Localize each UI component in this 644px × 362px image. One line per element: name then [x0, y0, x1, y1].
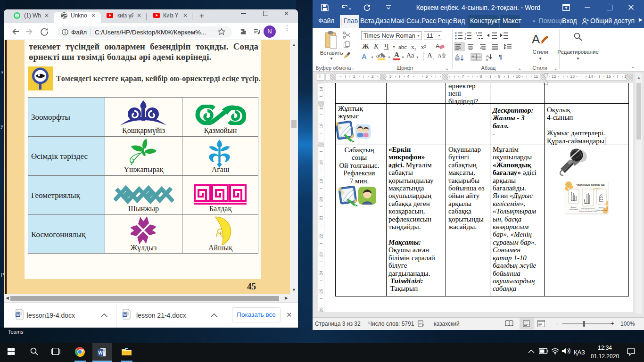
- svg-text:я: я: [486, 58, 488, 61]
- svg-text:2: 2: [464, 37, 466, 40]
- svg-text:W: W: [98, 350, 103, 355]
- svg-text:сұрағым бар: сұрағым бар: [596, 209, 608, 211]
- svg-text:W: W: [16, 313, 20, 317]
- svg-text:келісемін: келісемін: [570, 208, 578, 211]
- svg-text:"Жапондық бағалау әді: "Жапондық бағалау әді: [576, 183, 605, 186]
- svg-text:А: А: [436, 43, 439, 49]
- svg-text:1: 1: [16, 14, 18, 17]
- svg-text:¶: ¶: [499, 53, 502, 60]
- svg-text:x: x: [422, 323, 424, 327]
- svg-text:А: А: [532, 32, 540, 46]
- svg-text:А: А: [362, 52, 367, 60]
- svg-text:W: W: [123, 313, 127, 317]
- svg-text:басқа көзқарас бар: басқа көзқарас бар: [579, 210, 597, 212]
- svg-text:1: 1: [464, 33, 466, 36]
